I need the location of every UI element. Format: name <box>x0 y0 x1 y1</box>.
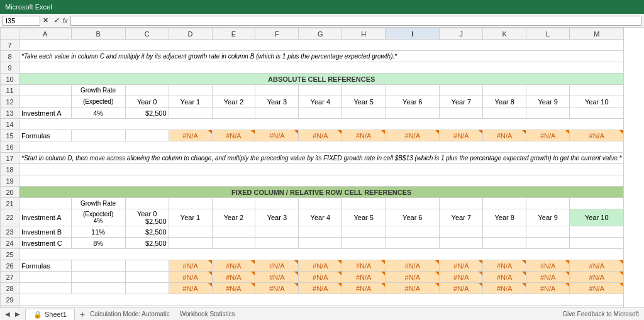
cell-13E[interactable] <box>212 108 255 119</box>
cell-11G[interactable] <box>299 85 342 96</box>
cell-24A[interactable]: Investment C <box>19 238 72 249</box>
cell-24E[interactable] <box>212 238 255 249</box>
cell-28G[interactable]: #N/A <box>299 283 342 294</box>
cell-26H[interactable]: #N/A <box>342 260 386 272</box>
cell-26A[interactable]: Formulas <box>19 260 72 272</box>
cell-12L[interactable]: Year 9 <box>526 96 570 108</box>
row-header-28[interactable]: 28 <box>1 283 19 294</box>
cell-22J[interactable]: Year 7 <box>440 209 483 226</box>
cell-23I[interactable] <box>386 226 440 238</box>
cell-26G[interactable]: #N/A <box>299 260 342 272</box>
cell-23E[interactable] <box>212 226 255 238</box>
formula-input[interactable] <box>70 16 641 26</box>
cell-11H[interactable] <box>342 85 386 96</box>
cell-23B[interactable]: 11% <box>71 226 125 238</box>
cell-28I[interactable]: #N/A <box>386 283 440 294</box>
cell-24B[interactable]: 8% <box>71 238 125 249</box>
nav-next[interactable]: ▶ <box>15 311 20 317</box>
status-feedback[interactable]: Give Feedback to Microsoft <box>562 311 639 317</box>
cell-26L[interactable]: #N/A <box>526 260 570 272</box>
row-header-20[interactable]: 20 <box>1 187 19 198</box>
cell-11I[interactable] <box>386 85 440 96</box>
cell-23M[interactable] <box>570 226 624 238</box>
cell-12G[interactable]: Year 4 <box>299 96 342 108</box>
cell-12H[interactable]: Year 5 <box>342 96 386 108</box>
cell-28M[interactable]: #N/A <box>570 283 624 294</box>
row-header-19[interactable]: 19 <box>1 175 19 187</box>
cell-28C[interactable] <box>125 283 169 294</box>
row-header-15[interactable]: 15 <box>1 130 19 141</box>
cell-15G[interactable]: #N/A <box>299 130 342 141</box>
cell-23F[interactable] <box>255 226 299 238</box>
cell-28L[interactable]: #N/A <box>526 283 570 294</box>
cell-12J[interactable]: Year 7 <box>440 96 483 108</box>
cell-11D[interactable] <box>169 85 212 96</box>
col-header-H[interactable]: H <box>342 28 386 40</box>
cell-27H[interactable]: #N/A <box>342 272 386 283</box>
cell-26B[interactable] <box>71 260 125 272</box>
col-header-C[interactable]: C <box>125 28 169 40</box>
cell-13L[interactable] <box>526 108 570 119</box>
cell-27K[interactable]: #N/A <box>483 272 526 283</box>
cell-21F[interactable] <box>255 198 299 209</box>
row-header-22[interactable]: 22 <box>1 209 19 226</box>
cell-12F[interactable]: Year 3 <box>255 96 299 108</box>
cell-23D[interactable] <box>169 226 212 238</box>
cell-21H[interactable] <box>342 198 386 209</box>
cell-28K[interactable]: #N/A <box>483 283 526 294</box>
cell-15K[interactable]: #N/A <box>483 130 526 141</box>
row-header-25[interactable]: 25 <box>1 249 19 260</box>
cell-12K[interactable]: Year 8 <box>483 96 526 108</box>
row-header-11[interactable]: 11 <box>1 85 19 96</box>
cell-13D[interactable] <box>169 108 212 119</box>
cell-27L[interactable]: #N/A <box>526 272 570 283</box>
add-sheet-button[interactable]: + <box>80 309 85 319</box>
cell-21B[interactable]: Growth Rate <box>71 198 125 209</box>
cell-26M[interactable]: #N/A <box>570 260 624 272</box>
cell-21M[interactable] <box>570 198 624 209</box>
cell-13F[interactable] <box>255 108 299 119</box>
cell-15H[interactable]: #N/A <box>342 130 386 141</box>
row-header-30[interactable]: 30 <box>1 306 19 308</box>
cell-28B[interactable] <box>71 283 125 294</box>
cell-27E[interactable]: #N/A <box>212 272 255 283</box>
cell-22H[interactable]: Year 5 <box>342 209 386 226</box>
cell-27C[interactable] <box>125 272 169 283</box>
col-header-K[interactable]: K <box>483 28 526 40</box>
cell-23J[interactable] <box>440 226 483 238</box>
cell-23H[interactable] <box>342 226 386 238</box>
cell-11B[interactable]: Growth Rate <box>71 85 125 96</box>
cell-17[interactable]: *Start in column D, then move across all… <box>19 153 624 164</box>
cell-24I[interactable] <box>386 238 440 249</box>
cell-21A[interactable] <box>19 198 72 209</box>
col-header-F[interactable]: F <box>255 28 299 40</box>
cell-23C[interactable]: $2,500 <box>125 226 169 238</box>
cell-13K[interactable] <box>483 108 526 119</box>
col-header-J[interactable]: J <box>440 28 483 40</box>
row-header-14[interactable]: 14 <box>1 119 19 130</box>
cell-11F[interactable] <box>255 85 299 96</box>
cell-11L[interactable] <box>526 85 570 96</box>
cell-15A[interactable]: Formulas <box>19 130 72 141</box>
row-header-21[interactable]: 21 <box>1 198 19 209</box>
cell-27D[interactable]: #N/A <box>169 272 212 283</box>
cell-23G[interactable] <box>299 226 342 238</box>
row-header-7[interactable]: 7 <box>1 40 19 51</box>
cell-22M[interactable]: Year 10 <box>570 209 624 226</box>
cell-13H[interactable] <box>342 108 386 119</box>
cell-12B[interactable]: (Expected) <box>71 96 125 108</box>
cell-27B[interactable] <box>71 272 125 283</box>
cell-21K[interactable] <box>483 198 526 209</box>
cell-24L[interactable] <box>526 238 570 249</box>
cell-22F[interactable]: Year 3 <box>255 209 299 226</box>
cell-15J[interactable]: #N/A <box>440 130 483 141</box>
cell-12D[interactable]: Year 1 <box>169 96 212 108</box>
cell-24J[interactable] <box>440 238 483 249</box>
cell-24K[interactable] <box>483 238 526 249</box>
cell-13I[interactable] <box>386 108 440 119</box>
cell-27I[interactable]: #N/A <box>386 272 440 283</box>
cell-26J[interactable]: #N/A <box>440 260 483 272</box>
cell-22A[interactable]: Investment A <box>19 209 72 226</box>
col-header-D[interactable]: D <box>169 28 212 40</box>
cell-15B[interactable] <box>71 130 125 141</box>
